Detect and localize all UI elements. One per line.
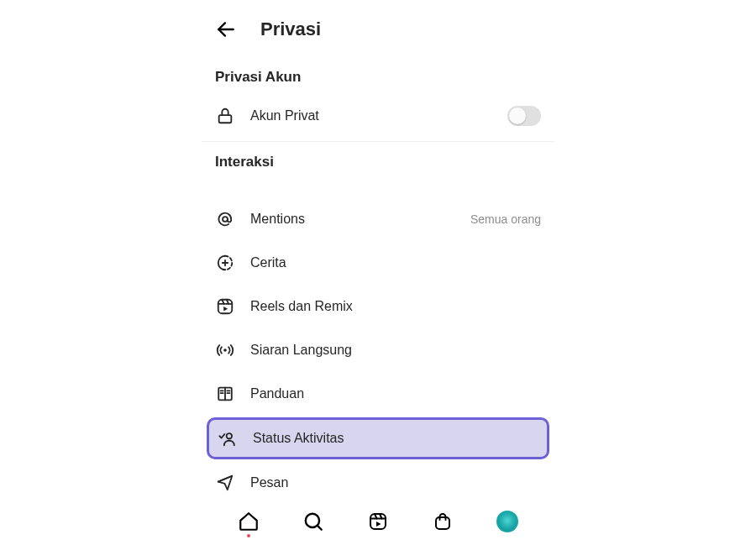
svg-marker-19 <box>218 476 233 490</box>
broadcast-icon <box>215 340 235 360</box>
toggle-knob <box>509 107 526 124</box>
mentions-row[interactable]: Mentions Semua orang <box>202 197 554 241</box>
svg-rect-27 <box>436 517 449 529</box>
live-row[interactable]: Siaran Langsung <box>202 328 554 372</box>
at-icon <box>215 209 235 229</box>
nav-reels[interactable] <box>366 510 390 533</box>
private-account-toggle[interactable] <box>507 106 541 126</box>
nav-search[interactable] <box>302 510 325 533</box>
activity-status-icon <box>218 428 238 448</box>
section-header-interactions: Interaksi <box>202 142 554 181</box>
story-add-icon <box>215 253 235 273</box>
nav-profile[interactable] <box>496 510 519 533</box>
messages-row[interactable]: Pesan <box>202 461 554 505</box>
private-account-row[interactable]: Akun Privat <box>202 96 554 141</box>
private-account-label: Akun Privat <box>250 108 319 123</box>
messages-label: Pesan <box>250 475 288 490</box>
page-title: Privasi <box>260 18 321 40</box>
nav-home[interactable] <box>237 510 260 533</box>
home-notification-dot <box>247 534 250 537</box>
reels-icon <box>215 296 235 317</box>
activity-status-label: Status Aktivitas <box>253 431 344 446</box>
reels-label: Reels dan Remix <box>250 299 353 314</box>
svg-rect-22 <box>370 514 386 529</box>
svg-rect-1 <box>219 115 232 123</box>
back-icon[interactable] <box>215 18 237 40</box>
activity-status-row[interactable]: Status Aktivitas <box>207 417 549 459</box>
svg-marker-26 <box>376 521 381 527</box>
svg-rect-5 <box>218 300 233 314</box>
mentions-label: Mentions <box>250 212 305 227</box>
svg-marker-9 <box>223 307 228 312</box>
reels-row[interactable]: Reels dan Remix <box>202 285 554 328</box>
story-row[interactable]: Cerita <box>202 241 554 285</box>
section-header-account: Privasi Akun <box>202 57 554 96</box>
guides-label: Panduan <box>250 386 304 401</box>
live-label: Siaran Langsung <box>250 343 352 358</box>
send-icon <box>215 473 235 493</box>
lock-icon <box>215 106 235 126</box>
svg-line-21 <box>318 526 322 530</box>
bottom-nav <box>202 501 554 538</box>
nav-shop[interactable] <box>431 510 454 533</box>
guides-icon <box>215 384 235 404</box>
svg-point-10 <box>223 348 227 352</box>
mentions-value: Semua orang <box>470 212 541 226</box>
story-label: Cerita <box>250 255 286 270</box>
svg-point-17 <box>227 433 232 438</box>
guides-row[interactable]: Panduan <box>202 372 554 416</box>
profile-avatar <box>496 511 518 532</box>
